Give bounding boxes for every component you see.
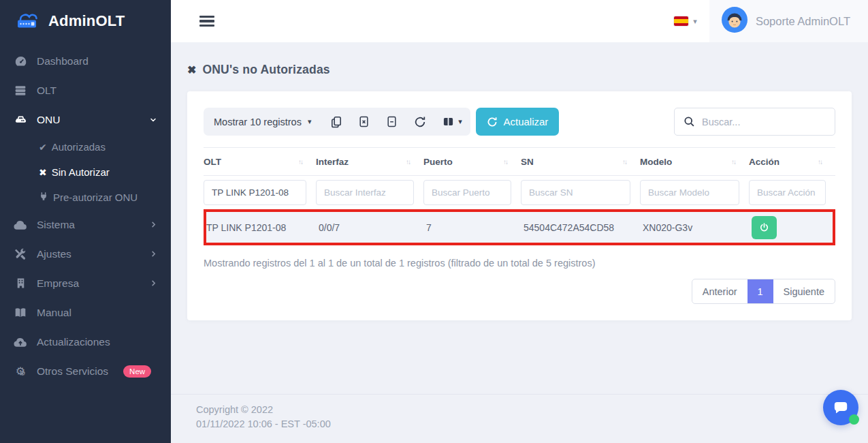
sidebar-item-label: ONU <box>37 114 60 126</box>
caret-down-icon: ▾ <box>308 117 312 126</box>
column-header-sn[interactable]: SN↑↓ <box>521 157 640 167</box>
sidebar-item-label: Sin Autorizar <box>52 166 110 178</box>
cell-accion <box>752 216 833 239</box>
export-excel-button[interactable] <box>350 108 378 136</box>
sidebar-item-label: Dashboard <box>37 55 89 67</box>
copyright-text: Copyright © 2022 <box>196 403 852 417</box>
card-toolbar: Mostrar 10 registros ▾ <box>204 108 835 136</box>
caret-down-icon: ▾ <box>458 117 462 126</box>
sidebar-item-actualizaciones[interactable]: Actualizaciones <box>0 327 171 356</box>
sidebar-item-pre-autorizar-onu[interactable]: Pre-autorizar ONU <box>0 185 171 210</box>
filter-puerto-input[interactable] <box>423 180 511 205</box>
filter-olt-input[interactable] <box>204 180 306 205</box>
column-header-olt[interactable]: OLT↑↓ <box>204 157 316 167</box>
cell-modelo: XN020-G3v <box>643 222 752 233</box>
filter-modelo-input[interactable] <box>640 180 739 205</box>
main-area: ▾ Soporte AdminOLT ✖ ONU's no Autorizada… <box>171 0 868 443</box>
pagination: Anterior 1 Siguiente <box>204 279 835 304</box>
sidebar-item-label: Empresa <box>37 277 79 290</box>
sort-icon: ↑↓ <box>298 158 302 166</box>
sort-icon: ↑↓ <box>818 158 822 166</box>
content: ✖ ONU's no Autorizadas Mostrar 10 regist… <box>171 42 868 394</box>
sidebar-item-onu[interactable]: ONU <box>0 105 171 134</box>
online-status-dot <box>849 414 859 425</box>
sort-icon: ↑↓ <box>731 158 735 166</box>
actualizar-button[interactable]: Actualizar <box>476 108 559 136</box>
tools-icon <box>14 248 27 260</box>
export-file-button[interactable] <box>378 108 406 136</box>
sidebar-item-label: Manual <box>37 307 71 319</box>
chevron-right-icon <box>150 279 157 287</box>
cloud-upload-icon <box>14 337 27 348</box>
pagination-previous[interactable]: Anterior <box>692 279 748 303</box>
pagination-next[interactable]: Siguiente <box>773 279 835 303</box>
table-row[interactable]: TP LINK P1201-08 0/0/7 7 54504C472A54CD5… <box>204 209 835 245</box>
filter-accion-input[interactable] <box>749 180 826 205</box>
page-length-select[interactable]: Mostrar 10 registros ▾ <box>204 117 322 127</box>
onu-device-icon <box>14 113 27 126</box>
sidebar-item-label: Pre-autorizar ONU <box>53 192 138 203</box>
search-input[interactable] <box>702 117 826 127</box>
chevron-right-icon <box>150 250 157 258</box>
page-title: ✖ ONU's no Autorizadas <box>187 63 852 77</box>
user-menu[interactable]: Soporte AdminOLT <box>709 0 868 42</box>
cloud-icon <box>14 219 27 230</box>
chevron-down-icon <box>149 116 157 124</box>
hamburger-menu-icon[interactable] <box>199 14 214 29</box>
column-header-accion[interactable]: Acción↑↓ <box>749 157 835 167</box>
sidebar-item-sin-autorizar[interactable]: ✖ Sin Autorizar <box>0 159 171 185</box>
x-icon: ✖ <box>39 167 47 178</box>
table-filter-row <box>204 176 835 209</box>
global-search <box>674 108 835 136</box>
sidebar-item-ajustes[interactable]: Ajustes <box>0 239 171 269</box>
language-selector[interactable]: ▾ <box>674 16 697 26</box>
authorize-power-button[interactable] <box>752 216 777 239</box>
new-badge: New <box>123 365 151 378</box>
table-header-row: OLT↑↓ Interfaz↑↓ Puerto↑↓ SN↑↓ Modelo↑↓ … <box>204 147 835 176</box>
sidebar-item-label: Ajustes <box>37 248 71 260</box>
sort-icon: ↑↓ <box>622 158 626 166</box>
column-header-modelo[interactable]: Modelo↑↓ <box>640 157 749 167</box>
chat-bubble-icon <box>832 399 850 416</box>
sidebar-item-label: OLT <box>37 85 57 97</box>
topbar-right: ▾ Soporte AdminOLT <box>674 0 868 42</box>
sidebar-nav: Dashboard OLT ONU ✔ Autorizadas ✖ Sin Au… <box>0 42 171 386</box>
column-visibility-button[interactable]: ▾ <box>434 108 470 136</box>
chat-widget-button[interactable] <box>823 390 858 425</box>
reload-table-button[interactable] <box>406 108 434 136</box>
page-title-text: ONU's no Autorizadas <box>202 63 329 77</box>
building-icon <box>14 277 27 289</box>
actualizar-label: Actualizar <box>503 116 548 127</box>
check-icon: ✔ <box>39 142 47 153</box>
sidebar-item-sistema[interactable]: Sistema <box>0 210 171 239</box>
page-length-label: Mostrar 10 registros <box>214 117 302 127</box>
sidebar-item-otros-servicios[interactable]: ⚙⚙ Otros Servicios New <box>0 356 171 386</box>
filter-sn-input[interactable] <box>521 180 630 205</box>
brand-name: AdminOLT <box>48 12 125 30</box>
x-icon: ✖ <box>187 63 196 76</box>
sidebar-item-olt[interactable]: OLT <box>0 76 171 105</box>
sidebar-item-dashboard[interactable]: Dashboard <box>0 46 171 76</box>
gears-icon: ⚙⚙ <box>14 365 27 378</box>
cell-sn: 54504C472A54CD58 <box>524 222 643 233</box>
chevron-right-icon <box>150 221 157 228</box>
sidebar-item-manual[interactable]: Manual <box>0 298 171 327</box>
sidebar: AdminOLT Dashboard OLT ONU ✔ Auto <box>0 0 171 443</box>
pagination-page-1[interactable]: 1 <box>748 279 773 303</box>
footer: Copyright © 2022 01/11/2022 10:06 - EST … <box>171 394 868 443</box>
topbar: ▾ Soporte AdminOLT <box>171 0 868 42</box>
sidebar-item-autorizadas[interactable]: ✔ Autorizadas <box>0 134 171 159</box>
column-header-interfaz[interactable]: Interfaz↑↓ <box>316 157 423 167</box>
avatar <box>722 7 748 35</box>
sidebar-item-empresa[interactable]: Empresa <box>0 269 171 298</box>
cell-puerto: 7 <box>426 222 524 233</box>
table-card: Mostrar 10 registros ▾ <box>187 91 852 320</box>
copy-button[interactable] <box>322 108 350 136</box>
search-icon <box>684 116 695 127</box>
column-header-puerto[interactable]: Puerto↑↓ <box>423 157 521 167</box>
gauge-icon <box>14 55 27 67</box>
brand[interactable]: AdminOLT <box>0 0 171 42</box>
filter-interfaz-input[interactable] <box>316 180 414 205</box>
caret-down-icon: ▾ <box>693 17 697 26</box>
sidebar-item-label: Autorizadas <box>52 141 106 153</box>
